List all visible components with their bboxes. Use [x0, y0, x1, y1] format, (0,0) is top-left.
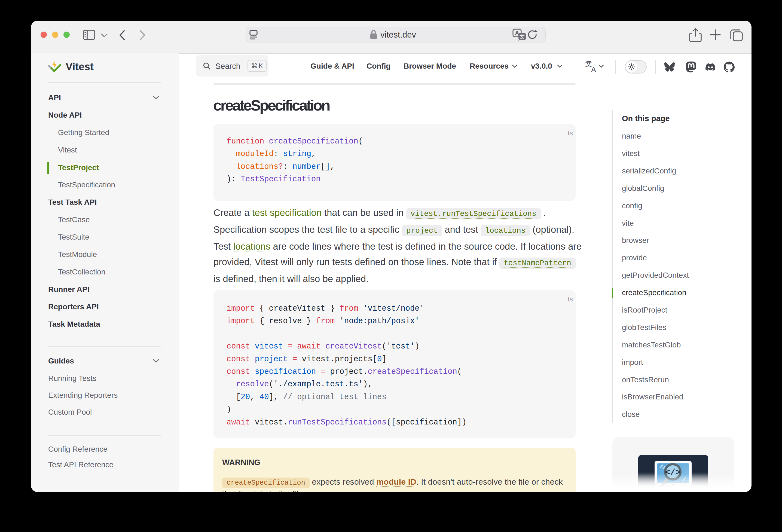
svg-text:A: A	[591, 65, 596, 72]
svg-text:文: 文	[520, 34, 525, 39]
